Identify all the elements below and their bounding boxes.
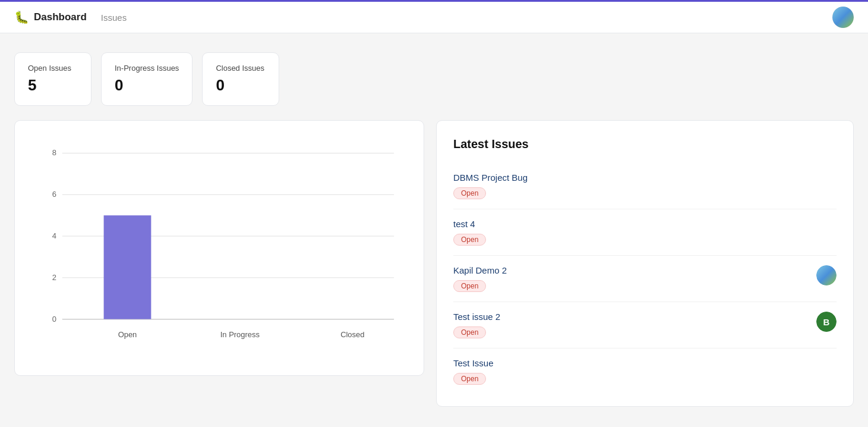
chart-panel: 0 2 4 6 8 Open In Progress	[14, 120, 424, 376]
content-row: 0 2 4 6 8 Open In Progress	[14, 120, 854, 407]
bar-chart: 0 2 4 6 8 Open In Progress	[27, 135, 412, 361]
status-badge: Open	[453, 373, 486, 385]
issue-name: Kapil Demo 2	[453, 265, 809, 275]
avatar-image	[832, 7, 854, 28]
status-badge: Open	[453, 187, 486, 199]
svg-text:Closed: Closed	[340, 330, 364, 339]
issue-content: DBMS Project Bug Open	[453, 172, 837, 199]
stats-row: Open Issues 5 In-Progress Issues 0 Close…	[14, 52, 854, 106]
issue-name: Test issue 2	[453, 312, 809, 322]
stat-value-inprogress: 0	[115, 76, 179, 95]
stat-label-closed: Closed Issues	[216, 64, 266, 73]
issue-content: Kapil Demo 2 Open	[453, 265, 809, 292]
svg-text:0: 0	[52, 315, 56, 324]
bar-open	[104, 215, 151, 319]
issues-panel-title: Latest Issues	[453, 137, 837, 151]
svg-text:Open: Open	[118, 330, 137, 339]
stat-label-inprogress: In-Progress Issues	[115, 64, 179, 73]
issue-name: DBMS Project Bug	[453, 172, 837, 183]
bug-icon: 🐛	[14, 10, 29, 24]
issues-panel: Latest Issues DBMS Project Bug Open test…	[436, 120, 854, 407]
avatar-photo	[816, 265, 837, 285]
svg-text:8: 8	[52, 148, 56, 157]
navbar-brand: 🐛 Dashboard	[14, 10, 87, 24]
issue-content: Test Issue Open	[453, 358, 837, 385]
stat-label-open: Open Issues	[28, 64, 78, 73]
navbar-issues-link[interactable]: Issues	[101, 10, 127, 25]
main-content: Open Issues 5 In-Progress Issues 0 Close…	[0, 33, 868, 426]
status-badge: Open	[453, 326, 486, 338]
svg-text:6: 6	[52, 190, 56, 199]
status-badge: Open	[453, 280, 486, 292]
svg-text:2: 2	[52, 273, 56, 282]
issue-item[interactable]: DBMS Project Bug Open	[453, 163, 837, 209]
issue-name: test 4	[453, 219, 837, 229]
stat-card-closed: Closed Issues 0	[202, 52, 279, 106]
issue-item[interactable]: Test Issue Open	[453, 348, 837, 394]
issue-content: Test issue 2 Open	[453, 312, 809, 338]
navbar: 🐛 Dashboard Issues	[0, 0, 868, 33]
issue-name: Test Issue	[453, 358, 837, 368]
svg-text:In Progress: In Progress	[220, 330, 260, 339]
issue-item[interactable]: Kapil Demo 2 Open	[453, 256, 837, 302]
navbar-dashboard-label[interactable]: Dashboard	[34, 11, 87, 23]
avatar	[816, 265, 837, 285]
issue-item[interactable]: test 4 Open	[453, 209, 837, 256]
stat-value-closed: 0	[216, 76, 266, 95]
svg-text:4: 4	[52, 231, 56, 240]
stat-value-open: 5	[28, 76, 78, 95]
status-badge: Open	[453, 234, 486, 246]
avatar: B	[816, 312, 837, 332]
stat-card-inprogress: In-Progress Issues 0	[101, 52, 192, 106]
issue-content: test 4 Open	[453, 219, 837, 246]
issues-list: DBMS Project Bug Open test 4 Open Kapil …	[453, 163, 837, 394]
issue-item[interactable]: Test issue 2 Open B	[453, 302, 837, 348]
avatar[interactable]	[832, 7, 854, 28]
avatar-letter: B	[816, 312, 837, 332]
stat-card-open: Open Issues 5	[14, 52, 91, 106]
